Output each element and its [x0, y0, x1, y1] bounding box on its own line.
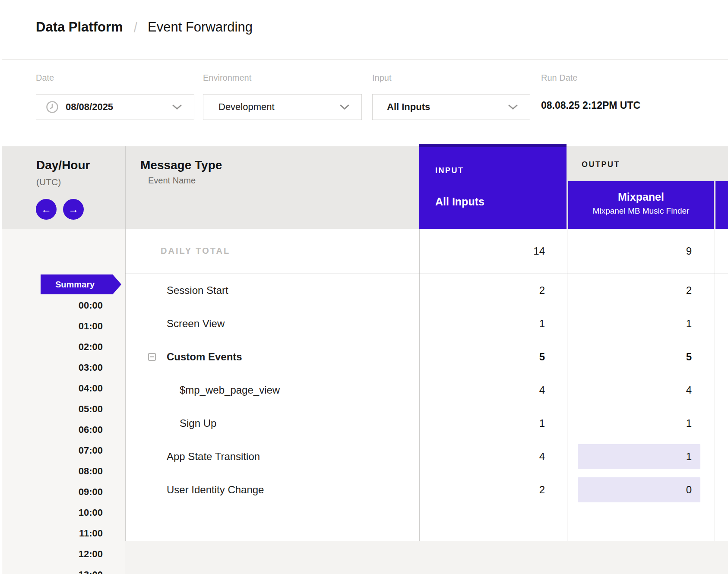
input-column-title: All Inputs	[435, 196, 484, 208]
mixpanel-subtitle: Mixpanel MB Music Finder	[568, 206, 714, 216]
input-count-cell: 4	[419, 384, 545, 396]
output-count-cell: 4	[567, 384, 692, 396]
date-dropdown[interactable]: 08/08/2025	[36, 94, 194, 120]
event-name-label: Screen View	[167, 318, 225, 330]
daily-total-input-value: 14	[419, 245, 545, 257]
event-name-label: User Identity Change	[167, 484, 264, 496]
chevron-down-icon	[340, 104, 349, 110]
breadcrumb-separator: /	[133, 19, 137, 36]
output-group-label: OUTPUT	[582, 160, 620, 169]
output-column-header-mixpanel[interactable]: Mixpanel Mixpanel MB Music Finder	[568, 181, 714, 229]
event-name-label: App State Transition	[167, 451, 260, 463]
next-output-column-partial	[715, 181, 728, 229]
output-count-cell: 1	[567, 417, 692, 429]
next-day-button[interactable]: →	[63, 199, 84, 220]
breadcrumb: Data Platform / Event Forwarding	[36, 17, 253, 37]
date-value: 08/08/2025	[66, 101, 113, 113]
event-name-label: Custom Events	[167, 351, 242, 363]
event-name-label: Sign Up	[180, 417, 216, 429]
breadcrumb-section[interactable]: Data Platform	[36, 19, 123, 35]
page-title: Event Forwarding	[148, 19, 253, 35]
input-group-label: INPUT	[435, 166, 464, 175]
hour-row-label[interactable]: 11:00	[2, 527, 103, 539]
hour-row-label[interactable]: 12:00	[2, 548, 103, 560]
hour-row-label[interactable]: 13:00	[2, 569, 103, 574]
input-value: All Inputs	[387, 101, 430, 113]
hour-row-label[interactable]: 10:00	[2, 507, 103, 519]
run-date-label: Run Date	[541, 73, 578, 83]
mixpanel-title: Mixpanel	[568, 191, 714, 203]
input-column-header[interactable]: INPUT All Inputs	[419, 144, 567, 229]
chevron-down-icon	[508, 104, 518, 110]
event-name-label: Session Start	[167, 284, 228, 296]
day-hour-header: Day/Hour	[36, 158, 90, 172]
output-count-cell: 5	[567, 351, 692, 363]
arrow-left-icon: ←	[41, 203, 51, 215]
table-row: App State Transition41	[0, 440, 728, 473]
table-row: Custom Events55	[0, 340, 728, 373]
collapse-minus-icon[interactable]	[148, 353, 156, 361]
input-count-cell: 2	[419, 284, 545, 296]
event-name-subheader: Event Name	[148, 176, 196, 186]
table-row: User Identity Change20	[0, 473, 728, 506]
environment-filter-label: Environment	[203, 73, 251, 83]
previous-day-button[interactable]: ←	[36, 199, 57, 220]
input-count-cell: 4	[419, 451, 545, 463]
input-count-cell: 1	[419, 318, 545, 330]
input-filter-label: Input	[372, 73, 391, 83]
environment-value: Development	[218, 101, 275, 113]
output-count-cell: 1	[567, 451, 692, 463]
input-count-cell: 1	[419, 417, 545, 429]
clock-icon	[46, 101, 59, 114]
message-type-header: Message Type	[140, 158, 222, 172]
output-count-cell: 1	[567, 318, 692, 330]
table-row: Screen View11	[0, 307, 728, 340]
input-count-cell: 5	[419, 351, 545, 363]
filter-bar: Date Environment Input Run Date 08/08/20…	[2, 60, 728, 146]
event-name-label: $mp_web_page_view	[180, 384, 280, 396]
day-hour-utc-label: (UTC)	[36, 177, 61, 187]
daily-total-output-value: 9	[567, 245, 692, 257]
date-filter-label: Date	[36, 73, 54, 83]
table-bottom-strip	[125, 541, 728, 574]
environment-dropdown[interactable]: Development	[203, 94, 362, 120]
event-forwarding-page: Data Platform / Event Forwarding Date En…	[0, 0, 728, 574]
input-dropdown[interactable]: All Inputs	[372, 94, 530, 120]
arrow-right-icon: →	[68, 203, 79, 215]
run-date-value: 08.08.25 2:12PM UTC	[541, 100, 640, 111]
output-count-cell: 0	[567, 484, 692, 496]
event-rows: Session Start22Screen View11Custom Event…	[0, 274, 728, 506]
output-count-cell: 2	[567, 284, 692, 296]
table-row: Sign Up11	[0, 407, 728, 440]
chevron-down-icon	[172, 104, 182, 110]
input-count-cell: 2	[419, 484, 545, 496]
top-header: Data Platform / Event Forwarding	[2, 0, 728, 60]
table-row: Session Start22	[0, 274, 728, 307]
table-row: $mp_web_page_view44	[0, 373, 728, 407]
daily-total-label: DAILY TOTAL	[161, 246, 230, 256]
